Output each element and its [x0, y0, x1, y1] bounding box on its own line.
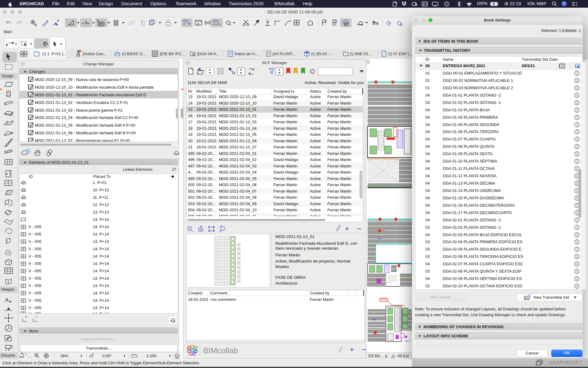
svg-text:(!) 3D-03 -...: (!) 3D-03 -... — [311, 52, 333, 56]
svg-text:(!) B/ESC C...: (!) B/ESC C... — [122, 52, 146, 56]
svg-text:[EIE-BX IFC...: [EIE-BX IFC... — [160, 52, 185, 56]
svg-text:[A0 PLANT...: [A0 PLANT... — [273, 52, 295, 56]
svg-text:BIMcollab: BIMcollab — [203, 346, 238, 355]
svg-text:XY:: XY: — [99, 22, 104, 26]
svg-text:(!) 1. P+01 [...: (!) 1. P+01 [... — [42, 52, 66, 56]
svg-text:12: 12 — [197, 22, 200, 25]
svg-text:26%: 26% — [60, 354, 68, 358]
svg-text:(!) ANE-01...: (!) ANE-01... — [350, 52, 372, 56]
svg-text:Índice de H...: Índice de H... — [235, 52, 258, 56]
svg-text:(!) 07 EXP I...: (!) 07 EXP I... — [388, 52, 412, 56]
svg-text:[DGA 04-0...: [DGA 04-0... — [197, 52, 219, 56]
svg-text:0,00°: 0,00° — [102, 354, 112, 358]
svg-text:[Action Cen...: [Action Cen... — [83, 52, 107, 56]
svg-text:1:200: 1:200 — [146, 354, 156, 358]
